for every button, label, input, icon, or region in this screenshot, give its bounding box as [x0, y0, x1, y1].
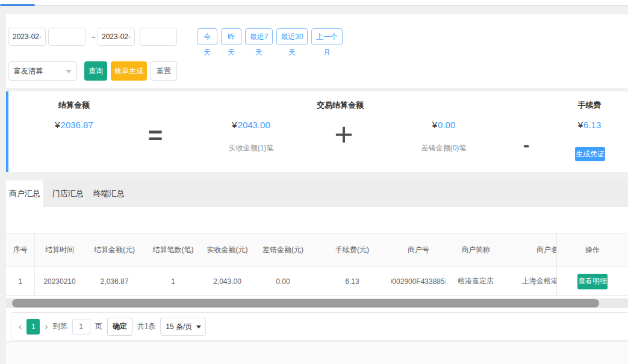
error-amount-value: ¥0.00	[402, 120, 486, 130]
end-time-input[interactable]	[140, 28, 177, 46]
currency-symbol: ¥	[432, 120, 437, 130]
goto-confirm-button[interactable]: 确定	[107, 318, 132, 336]
cell-fee: 6.13	[313, 267, 391, 295]
error-amount-sub-label: 差错金额(0)笔	[402, 143, 486, 153]
header-settle-amount: 结算金额(元)	[84, 233, 145, 266]
chevron-down-icon	[196, 325, 201, 329]
page-size-value: 15 条/页	[166, 322, 192, 331]
header-settle-time: 结算时间	[35, 233, 84, 266]
trade-settle-group-label: 交易结算金额	[298, 100, 382, 111]
cell-error-amount: 0.00	[253, 267, 313, 295]
pagination-bar: ‹ 1 › 到第 页 确定 共1条 15 条/页	[11, 312, 628, 341]
cell-index: 1	[6, 267, 35, 295]
goto-page-input[interactable]	[72, 319, 90, 335]
header-merchant-no: 商户号	[391, 233, 446, 266]
filter-panel: ~ 今天 昨天 最近7天 最近30天 上一个月 富友清算 查询 账单生成 重置	[6, 14, 628, 88]
equals-operator: =	[137, 122, 173, 150]
summary-panel: 结算金额 ¥2036.87 = 交易结算金额 ¥2043.00 实收金额(1)笔…	[6, 91, 628, 172]
goto-suffix-label: 页	[95, 321, 102, 332]
header-action: 操作	[557, 233, 628, 267]
channel-select[interactable]: 富友清算	[8, 61, 77, 81]
fee-value: ¥6.13	[553, 120, 626, 130]
page-bottom-background	[6, 342, 628, 364]
table-panel: 商户汇总 门店汇总 终端汇总 序号 结算时间 结算金额(元) 结算笔数(笔) 实…	[6, 180, 628, 342]
current-page-button[interactable]: 1	[26, 319, 40, 335]
currency-symbol: ¥	[232, 120, 237, 130]
next-page-button[interactable]: ›	[45, 322, 48, 332]
horizontal-scrollbar-track[interactable]	[6, 298, 628, 308]
channel-select-value: 富友清算	[14, 67, 43, 75]
chevron-down-icon	[66, 70, 72, 73]
fee-label: 手续费	[553, 100, 626, 111]
view-detail-button[interactable]: 查看明细	[577, 274, 608, 289]
currency-symbol: ¥	[578, 120, 583, 130]
minus-operator: -	[508, 134, 544, 156]
cell-settle-time: 20230210	[35, 267, 84, 295]
quick-last30-button[interactable]: 最近30天	[276, 28, 308, 45]
header-error-amount: 差错金额(元)	[253, 233, 313, 266]
start-date-input[interactable]	[8, 28, 46, 46]
cell-settle-count: 1	[145, 267, 202, 295]
reset-button[interactable]: 重置	[151, 61, 177, 81]
header-fee: 手续费(元)	[313, 233, 391, 266]
quick-yesterday-button[interactable]: 昨天	[221, 28, 241, 45]
cell-received-amount: 2,043.00	[202, 267, 253, 295]
top-divider	[0, 5, 628, 6]
tab-strip: 商户汇总 门店汇总 终端汇总	[6, 180, 628, 207]
header-received-amount: 实收金额(元)	[202, 233, 253, 266]
top-tab-strip	[0, 0, 628, 5]
fixed-action-column: 操作 查看明细	[556, 233, 628, 296]
table-header-row: 序号 结算时间 结算金额(元) 结算笔数(笔) 实收金额(元) 差错金额(元) …	[6, 233, 628, 267]
settle-amount-label: 结算金额	[38, 100, 110, 111]
received-amount-value: ¥2043.00	[209, 120, 293, 130]
active-tab-indicator	[0, 4, 35, 6]
end-date-input[interactable]	[98, 28, 135, 46]
quick-today-button[interactable]: 今天	[197, 28, 217, 45]
horizontal-scrollbar-thumb[interactable]	[12, 299, 599, 307]
total-count-label: 共1条	[137, 321, 156, 332]
currency-symbol: ¥	[55, 120, 60, 130]
header-index: 序号	[6, 233, 35, 266]
search-button[interactable]: 查询	[84, 61, 107, 81]
tab-store-summary[interactable]: 门店汇总	[48, 180, 88, 207]
generate-voucher-button[interactable]: 生成凭证	[575, 147, 605, 161]
goto-prefix-label: 到第	[53, 321, 67, 332]
header-merchant-short-name: 商户简称	[446, 233, 506, 266]
cell-merchant-short-name: 榕港嘉定店	[446, 267, 506, 295]
received-amount-sub-label: 实收金额(1)笔	[209, 143, 293, 153]
settle-amount-value: ¥2036.87	[38, 120, 110, 130]
prev-page-button[interactable]: ‹	[19, 322, 22, 332]
page-size-select[interactable]: 15 条/页	[160, 318, 206, 336]
range-separator: ~	[91, 33, 95, 42]
plus-operator: +	[326, 116, 362, 153]
start-time-input[interactable]	[48, 28, 85, 46]
cell-merchant-no: 0002900F4338858	[391, 267, 446, 295]
tab-merchant-summary[interactable]: 商户汇总	[6, 180, 43, 207]
tab-terminal-summary[interactable]: 终端汇总	[89, 180, 129, 207]
cell-settle-amount: 2,036.87	[84, 267, 145, 295]
header-settle-count: 结算笔数(笔)	[145, 233, 202, 266]
quick-lastmonth-button[interactable]: 上一个月	[311, 28, 343, 45]
table-row: 1 20230210 2,036.87 1 2,043.00 0.00 6.13…	[6, 267, 628, 296]
generate-bill-button[interactable]: 账单生成	[111, 61, 147, 81]
quick-last7-button[interactable]: 最近7天	[245, 28, 273, 45]
